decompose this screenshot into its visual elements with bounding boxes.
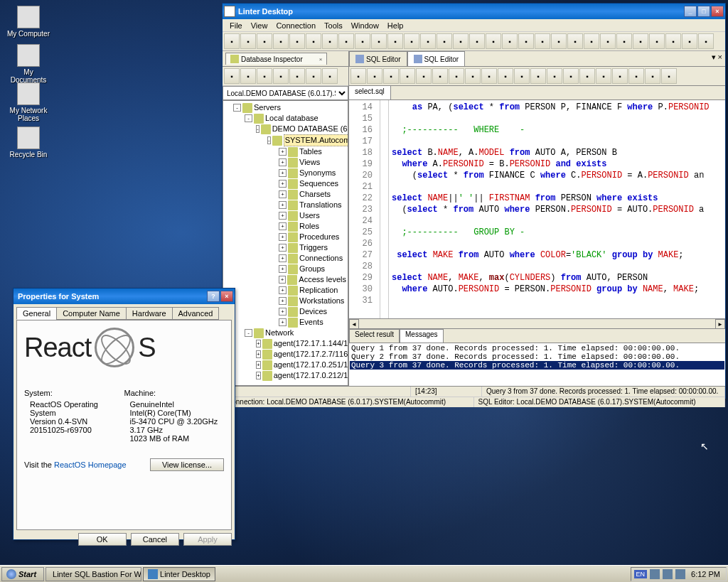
expand-icon[interactable]: - bbox=[233, 104, 241, 112]
tray-icon[interactable] bbox=[663, 569, 673, 579]
expand-icon[interactable]: + bbox=[256, 350, 261, 358]
toolbar-button[interactable]: ▪ bbox=[600, 33, 616, 49]
toolbar-button[interactable]: ▪ bbox=[616, 33, 632, 49]
expand-icon[interactable]: + bbox=[279, 254, 287, 262]
expand-icon[interactable]: + bbox=[279, 297, 287, 305]
expand-icon[interactable]: + bbox=[279, 318, 287, 326]
toolbar-button[interactable]: ▪ bbox=[628, 68, 644, 84]
fold-column[interactable] bbox=[380, 100, 389, 318]
task-linter-desktop[interactable]: Linter Desktop bbox=[143, 567, 215, 581]
toolbar-button[interactable]: ▪ bbox=[224, 33, 240, 49]
toolbar-button[interactable]: ▪ bbox=[371, 33, 387, 49]
toolbar-button[interactable]: ▪ bbox=[350, 68, 366, 84]
toolbar-button[interactable]: ▪ bbox=[698, 33, 714, 49]
toolbar-button[interactable]: ▪ bbox=[498, 68, 513, 84]
toolbar-button[interactable]: ▪ bbox=[240, 33, 256, 49]
toolbar-button[interactable]: ▪ bbox=[404, 33, 419, 49]
menu-help[interactable]: Help bbox=[383, 21, 408, 31]
messages-output[interactable]: Query 1 from 37 done. Records processed:… bbox=[349, 343, 725, 386]
toolbar-button[interactable]: ▪ bbox=[306, 68, 321, 84]
tree-item[interactable]: +Workstations bbox=[225, 296, 346, 306]
toolbar-button[interactable]: ▪ bbox=[567, 33, 583, 49]
tree-item[interactable]: +agent(172.17.0.212/1161) bbox=[225, 370, 346, 381]
toolbar-button[interactable]: ▪ bbox=[257, 68, 272, 84]
tree-item[interactable]: +Roles bbox=[225, 221, 346, 232]
result-row[interactable]: Query 3 from 37 done. Records processed:… bbox=[350, 361, 724, 370]
toolbar-button[interactable]: ▪ bbox=[579, 68, 595, 84]
apply-button[interactable]: Apply bbox=[183, 533, 232, 546]
expand-icon[interactable]: + bbox=[256, 361, 261, 369]
props-close-button[interactable]: × bbox=[220, 291, 233, 302]
toolbar-button[interactable]: ▪ bbox=[289, 33, 305, 49]
expand-icon[interactable]: - bbox=[256, 125, 259, 133]
toolbar-button[interactable]: ▪ bbox=[420, 33, 436, 49]
toolbar-button[interactable]: ▪ bbox=[383, 68, 399, 84]
tree-item[interactable]: +Synonyms bbox=[225, 168, 346, 178]
expand-icon[interactable]: + bbox=[279, 212, 287, 220]
toolbar-button[interactable]: ▪ bbox=[481, 68, 497, 84]
tray-icon[interactable] bbox=[675, 569, 685, 579]
task-linter-sql[interactable]: Linter SQL Bastion For Win... bbox=[46, 567, 141, 581]
menu-view[interactable]: View bbox=[247, 21, 272, 31]
menu-connection[interactable]: Connection bbox=[272, 21, 320, 31]
menu-tools[interactable]: Tools bbox=[320, 21, 347, 31]
toolbar-button[interactable]: ▪ bbox=[453, 33, 469, 49]
expand-icon[interactable]: + bbox=[279, 148, 287, 156]
expand-icon[interactable]: + bbox=[279, 158, 287, 166]
expand-icon[interactable]: + bbox=[279, 308, 287, 316]
tab-computer-name[interactable]: Computer Name bbox=[56, 307, 127, 320]
toolbar-button[interactable]: ▪ bbox=[400, 68, 415, 84]
tab-select-result[interactable]: Select result bbox=[349, 329, 400, 343]
expand-icon[interactable]: + bbox=[279, 222, 287, 230]
expand-icon[interactable]: + bbox=[279, 286, 287, 294]
tab-messages[interactable]: Messages bbox=[400, 329, 444, 343]
toolbar-button[interactable]: ▪ bbox=[612, 68, 628, 84]
toolbar-button[interactable]: ▪ bbox=[432, 68, 448, 84]
tree-item[interactable]: +Procedures bbox=[225, 232, 346, 242]
toolbar-button[interactable]: ▪ bbox=[289, 68, 305, 84]
toolbar-button[interactable]: ▪ bbox=[387, 33, 403, 49]
scroll-right-icon[interactable]: ► bbox=[715, 319, 725, 329]
toolbar-button[interactable]: ▪ bbox=[486, 33, 501, 49]
toolbar-button[interactable]: ▪ bbox=[224, 68, 240, 84]
minimize-button[interactable]: _ bbox=[684, 6, 697, 17]
toolbar-button[interactable]: ▪ bbox=[535, 33, 550, 49]
props-titlebar[interactable]: Properties for System ? × bbox=[14, 289, 235, 304]
expand-icon[interactable]: + bbox=[279, 276, 286, 284]
tree-item[interactable]: +Triggers bbox=[225, 242, 346, 253]
toolbar-button[interactable]: ▪ bbox=[338, 33, 354, 49]
tree-item[interactable]: +Translations bbox=[225, 200, 346, 210]
expand-icon[interactable]: + bbox=[279, 265, 287, 273]
toolbar-button[interactable]: ▪ bbox=[306, 33, 321, 49]
toolbar-button[interactable]: ▪ bbox=[322, 68, 338, 84]
toolbar-button[interactable]: ▪ bbox=[273, 33, 289, 49]
tree-item[interactable]: +agent(172.17.1.144/1161) bbox=[225, 338, 346, 349]
tree-item[interactable]: +Replication bbox=[225, 285, 346, 296]
expand-icon[interactable]: + bbox=[279, 244, 287, 252]
tree-item[interactable]: +agent(172.17.0.251/1161) bbox=[225, 360, 346, 370]
toolbar-button[interactable]: ▪ bbox=[469, 33, 485, 49]
expand-icon[interactable]: - bbox=[267, 136, 271, 144]
tree-item[interactable]: +Charsets bbox=[225, 189, 346, 200]
tree-item[interactable]: -SYSTEM.Autocommit bbox=[225, 134, 346, 146]
tree-item[interactable]: +Devices bbox=[225, 306, 346, 317]
sql-editor-tab-2[interactable]: SQL Editor bbox=[407, 51, 466, 66]
database-tree[interactable]: -Servers-Local database-DEMO DATABASE (6… bbox=[223, 100, 348, 386]
toolbar-button[interactable]: ▪ bbox=[596, 68, 611, 84]
expand-icon[interactable]: + bbox=[256, 372, 261, 379]
db-inspector-tab[interactable]: Database Inspector × bbox=[225, 53, 327, 65]
cancel-button[interactable]: Cancel bbox=[131, 533, 179, 546]
toolbar-button[interactable]: ▪ bbox=[682, 33, 697, 49]
desktop-icon[interactable]: Recycle Bin bbox=[7, 126, 50, 158]
ok-button[interactable]: OK bbox=[78, 533, 127, 546]
code-editor[interactable]: 141516171819202122232425262728293031 as … bbox=[349, 100, 725, 318]
database-selector[interactable]: Local.DEMO DATABASE (6.0.17).SYSTE bbox=[223, 86, 348, 100]
view-license-button[interactable]: View license... bbox=[150, 458, 224, 471]
tree-item[interactable]: -Local database bbox=[225, 113, 346, 124]
tab-advanced[interactable]: Advanced bbox=[172, 307, 220, 320]
toolbar-button[interactable]: ▪ bbox=[240, 68, 256, 84]
toolbar-button[interactable]: ▪ bbox=[273, 68, 289, 84]
toolbar-button[interactable]: ▪ bbox=[437, 33, 452, 49]
tree-item[interactable]: -DEMO DATABASE (6.0.17) bbox=[225, 124, 346, 134]
desktop-icon[interactable]: My Documents bbox=[7, 44, 50, 84]
